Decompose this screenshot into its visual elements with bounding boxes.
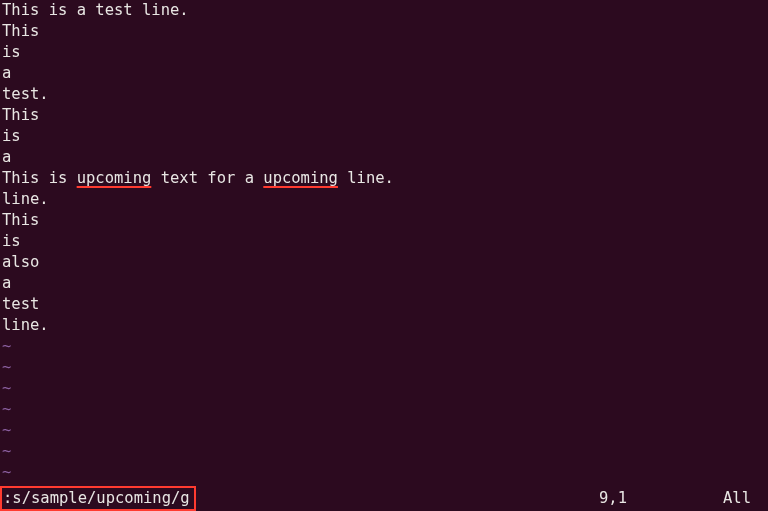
text-segment: ~: [2, 400, 11, 418]
text-segment: line.: [338, 169, 394, 187]
buffer-line: This: [2, 21, 768, 42]
text-segment: This is a test line.: [2, 1, 189, 19]
text-segment: ~: [2, 442, 11, 460]
text-segment: is: [2, 127, 21, 145]
text-segment: a: [2, 64, 11, 82]
buffer-line: is: [2, 42, 768, 63]
buffer-line: is: [2, 126, 768, 147]
empty-line-tilde: ~: [2, 462, 768, 483]
buffer-line: test: [2, 294, 768, 315]
text-segment: This: [2, 22, 39, 40]
command-line[interactable]: :s/sample/upcoming/g: [0, 486, 196, 511]
empty-line-tilde: ~: [2, 378, 768, 399]
empty-line-tilde: ~: [2, 441, 768, 462]
text-segment: is: [2, 232, 21, 250]
substituted-word: upcoming: [263, 169, 338, 187]
buffer-line: a: [2, 147, 768, 168]
buffer-line: This: [2, 105, 768, 126]
text-segment: ~: [2, 379, 11, 397]
text-segment: line.: [2, 316, 49, 334]
text-segment: line.: [2, 190, 49, 208]
buffer-line: This is upcoming text for a upcoming lin…: [2, 168, 768, 189]
buffer-line: is: [2, 231, 768, 252]
text-segment: text for a: [151, 169, 263, 187]
text-segment: is: [2, 43, 21, 61]
text-segment: ~: [2, 337, 11, 355]
editor-buffer[interactable]: This is a test line.Thisisatest.ThisisaT…: [2, 0, 768, 483]
buffer-line: This: [2, 210, 768, 231]
buffer-line: test.: [2, 84, 768, 105]
empty-line-tilde: ~: [2, 336, 768, 357]
scroll-percent: All: [723, 488, 751, 509]
text-segment: ~: [2, 421, 11, 439]
buffer-line: a: [2, 63, 768, 84]
text-segment: also: [2, 253, 39, 271]
buffer-line: a: [2, 273, 768, 294]
empty-line-tilde: ~: [2, 399, 768, 420]
substituted-word: upcoming: [77, 169, 152, 187]
text-segment: test.: [2, 85, 49, 103]
text-segment: This is: [2, 169, 77, 187]
cursor-position: 9,1: [599, 488, 627, 509]
text-segment: ~: [2, 358, 11, 376]
buffer-line: This is a test line.: [2, 0, 768, 21]
buffer-line: line.: [2, 189, 768, 210]
text-segment: ~: [2, 463, 11, 481]
text-segment: This: [2, 211, 39, 229]
buffer-line: line.: [2, 315, 768, 336]
status-bar: :s/sample/upcoming/g 9,1 All: [0, 485, 768, 511]
text-segment: test: [2, 295, 39, 313]
text-segment: a: [2, 274, 11, 292]
buffer-line: also: [2, 252, 768, 273]
text-segment: a: [2, 148, 11, 166]
text-segment: This: [2, 106, 39, 124]
empty-line-tilde: ~: [2, 357, 768, 378]
empty-line-tilde: ~: [2, 420, 768, 441]
